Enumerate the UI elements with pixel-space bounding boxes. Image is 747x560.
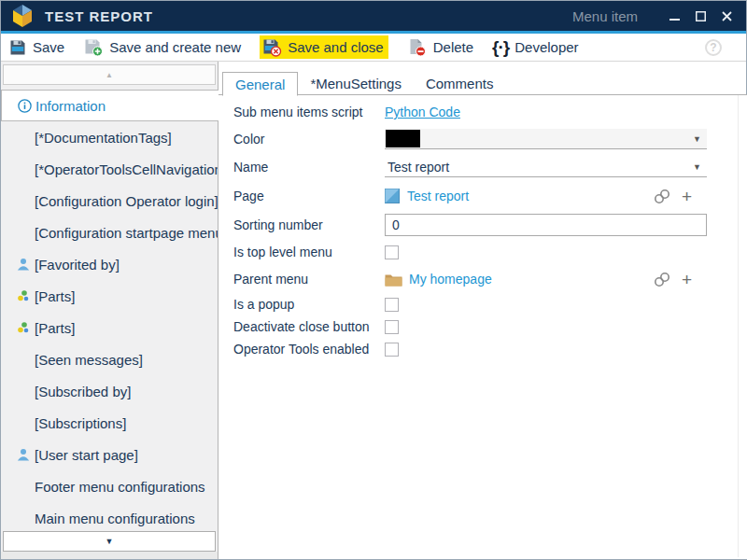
- window-type-label: Menu item: [572, 8, 638, 24]
- sidebar-item-information[interactable]: Information: [1, 90, 218, 121]
- general-form: Sub menu items script Python Code Color …: [233, 99, 707, 360]
- field-label: Page: [233, 189, 385, 203]
- app-logo-icon: [11, 4, 34, 28]
- save-close-icon: [261, 37, 282, 57]
- field-label: Deactivate close button: [233, 319, 385, 334]
- sidebar-item-seen-messages[interactable]: [Seen messages]: [1, 343, 218, 375]
- sorting-number-input[interactable]: [385, 214, 707, 236]
- form-row-sorting-number: Sorting number: [233, 211, 707, 239]
- sidebar-item-configuration-startpage-menu[interactable]: [Configuration startpage menu]: [1, 217, 218, 248]
- save-and-close-label: Save and close: [288, 39, 384, 55]
- person-icon: [17, 448, 35, 461]
- maximize-button[interactable]: [690, 6, 711, 26]
- sidebar-item-label: [Seen messages]: [35, 352, 143, 368]
- is-a-popup-checkbox[interactable]: [385, 298, 399, 312]
- sidebar-item-footer-menu-configurations[interactable]: Footer menu configurations: [1, 470, 218, 502]
- color-swatch: [386, 130, 420, 147]
- sidebar-item-label: [Subscriptions]: [35, 415, 126, 431]
- chevron-down-icon: ▼: [106, 537, 114, 546]
- field-label: Sorting number: [233, 217, 385, 232]
- sidebar-item-operator-tools-cell-navigation[interactable]: [*OperatorToolsCellNavigation]: [1, 153, 218, 185]
- sidebar-dropdown-button[interactable]: ▼: [3, 531, 216, 552]
- minimize-button[interactable]: [664, 6, 684, 26]
- form-row-parent-menu: Parent menu My homepage +: [233, 265, 707, 293]
- close-button[interactable]: [716, 6, 737, 26]
- sidebar-item-label: Main menu configurations: [35, 511, 195, 526]
- sidebar-scroll-up-button[interactable]: ▲: [3, 64, 216, 85]
- form-row-is-top-level-menu: Is top level menu: [233, 239, 707, 265]
- color-dropdown[interactable]: ▼: [385, 129, 707, 149]
- save-icon: [8, 38, 27, 57]
- form-row-is-a-popup: Is a popup: [233, 293, 707, 315]
- deactivate-close-button-checkbox[interactable]: [385, 320, 399, 334]
- page-icon: [385, 189, 400, 203]
- code-braces-icon: {·}: [492, 37, 509, 58]
- form-row-sub-menu-items-script: Sub menu items script Python Code: [233, 99, 707, 125]
- python-code-link[interactable]: Python Code: [385, 105, 460, 119]
- sidebar-item-main-menu-configurations[interactable]: Main menu configurations: [1, 502, 218, 534]
- highlight-marker: Save and close: [260, 35, 388, 59]
- form-row-deactivate-close-button: Deactivate close button: [233, 315, 707, 338]
- link-icon[interactable]: [653, 272, 671, 287]
- sidebar-list: Information [*DocumentationTags] [*Opera…: [1, 90, 218, 534]
- add-icon[interactable]: +: [682, 188, 692, 205]
- chevron-up-icon: ▲: [106, 71, 113, 79]
- field-label: Is top level menu: [233, 245, 385, 259]
- parts-icon: [17, 289, 35, 302]
- help-icon[interactable]: ?: [705, 39, 722, 56]
- sidebar-item-subscribed-by[interactable]: [Subscribed by]: [1, 375, 218, 407]
- developer-button[interactable]: {·} Developer: [492, 37, 579, 58]
- sidebar-item-parts-2[interactable]: [Parts]: [1, 312, 218, 343]
- field-label: Parent menu: [233, 272, 385, 287]
- save-and-close-button[interactable]: Save and close: [260, 35, 388, 59]
- sidebar-item-subscriptions[interactable]: [Subscriptions]: [1, 407, 218, 439]
- sidebar-item-label: [User start page]: [35, 447, 138, 463]
- delete-button[interactable]: Delete: [407, 37, 473, 57]
- link-icon[interactable]: [653, 189, 671, 204]
- form-row-name: Name Test report ▼: [233, 153, 707, 181]
- save-button[interactable]: Save: [8, 38, 64, 57]
- is-top-level-menu-checkbox[interactable]: [385, 245, 399, 259]
- tab-general[interactable]: General: [222, 72, 298, 96]
- sidebar-item-documentation-tags[interactable]: [*DocumentationTags]: [1, 121, 218, 153]
- save-label: Save: [33, 39, 64, 55]
- parent-menu-link[interactable]: My homepage: [409, 272, 492, 287]
- sidebar-item-parts-1[interactable]: [Parts]: [1, 280, 218, 312]
- tab-comments[interactable]: Comments: [414, 71, 506, 95]
- tab-menusettings[interactable]: *MenuSettings: [298, 71, 414, 95]
- sidebar-item-label: [Configuration startpage menu]: [35, 225, 218, 241]
- sidebar-item-configuration-operator-login[interactable]: [Configuration Operator login]: [1, 185, 218, 217]
- sidebar-item-label: [Parts]: [35, 288, 75, 304]
- page-link[interactable]: Test report: [407, 189, 469, 203]
- sidebar-item-label: [*DocumentationTags]: [35, 130, 172, 146]
- sidebar-item-label: [Favorited by]: [35, 257, 120, 273]
- sidebar-item-label: [Parts]: [35, 320, 75, 336]
- form-row-page: Page Test report +: [233, 181, 707, 211]
- operator-tools-enabled-checkbox[interactable]: [385, 343, 399, 357]
- sidebar-item-favorited-by[interactable]: [Favorited by]: [1, 248, 218, 280]
- sidebar-item-label: Footer menu configurations: [35, 479, 205, 495]
- toolbar: Save Save and create new: [1, 34, 746, 62]
- form-row-color: Color ▼: [233, 125, 707, 153]
- parts-icon: [17, 321, 35, 334]
- name-combobox[interactable]: Test report ▼: [385, 157, 707, 177]
- window-title: TEST REPORT: [45, 8, 153, 24]
- sidebar-item-user-start-page[interactable]: [User start page]: [1, 439, 218, 470]
- sidebar-item-label: Information: [35, 98, 106, 114]
- sidebar-item-label: [*OperatorToolsCellNavigation]: [35, 161, 218, 177]
- developer-label: Developer: [514, 39, 578, 55]
- name-value: Test report: [388, 160, 449, 175]
- save-and-create-new-button[interactable]: Save and create new: [83, 37, 241, 57]
- save-and-create-new-label: Save and create new: [109, 39, 241, 55]
- field-label: Operator Tools enabled: [233, 342, 385, 357]
- relations-sidebar: ▲ Information [*DocumentationTags] [*Ope…: [1, 62, 218, 552]
- form-row-operator-tools-enabled: Operator Tools enabled: [233, 338, 707, 360]
- app-window: TEST REPORT Menu item Save: [0, 0, 747, 560]
- field-label: Color: [233, 132, 385, 147]
- chevron-down-icon: ▼: [693, 162, 701, 172]
- field-label: Name: [233, 160, 385, 175]
- delete-icon: [407, 37, 428, 57]
- add-icon[interactable]: +: [682, 271, 692, 288]
- chevron-down-icon: ▼: [693, 134, 701, 144]
- folder-icon: [385, 273, 402, 287]
